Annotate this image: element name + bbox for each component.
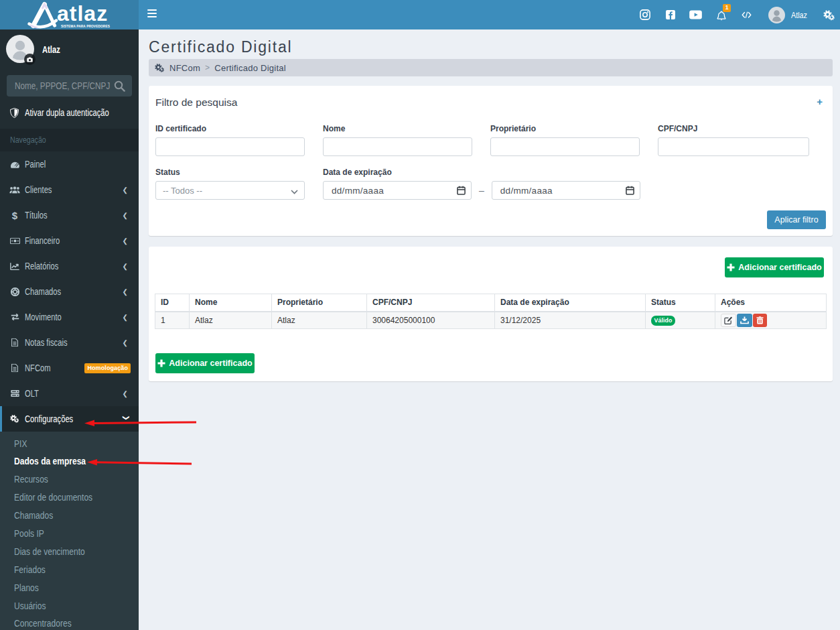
svg-text:atlaz: atlaz — [57, 1, 108, 25]
svg-text:SISTEMA PARA PROVEDORES: SISTEMA PARA PROVEDORES — [61, 25, 111, 28]
